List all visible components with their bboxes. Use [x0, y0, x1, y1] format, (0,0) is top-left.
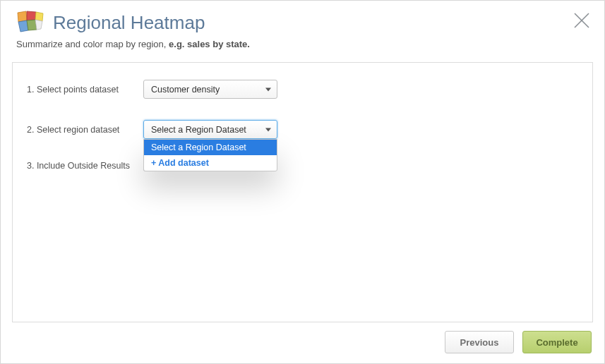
- regional-map-icon: [16, 11, 44, 35]
- dialog-body: 1. Select points dataset Customer densit…: [12, 62, 593, 322]
- close-button[interactable]: [572, 11, 592, 30]
- regional-heatmap-dialog: Regional Heatmap Summarize and color map…: [0, 0, 605, 364]
- dropdown-option-add-dataset[interactable]: + Add dataset: [144, 155, 277, 171]
- chevron-down-icon: [265, 128, 271, 131]
- region-dataset-select[interactable]: Select a Region Dataset: [143, 120, 277, 139]
- subtitle-text: Summarize and color map by region,: [16, 39, 169, 49]
- complete-button[interactable]: Complete: [522, 331, 592, 353]
- include-outside-label: 3. Include Outside Results: [27, 161, 143, 171]
- dropdown-option-placeholder[interactable]: Select a Region Dataset: [144, 140, 277, 155]
- chevron-down-icon: [265, 87, 271, 91]
- subtitle-example: e.g. sales by state.: [169, 39, 250, 49]
- include-outside-row: 3. Include Outside Results: [27, 160, 578, 171]
- dialog-title: Regional Heatmap: [53, 12, 205, 34]
- points-dataset-row: 1. Select points dataset Customer densit…: [27, 80, 578, 99]
- region-dataset-row: 2. Select region dataset Select a Region…: [27, 120, 578, 139]
- points-dataset-select[interactable]: Customer density: [143, 80, 277, 99]
- previous-button[interactable]: Previous: [445, 331, 514, 353]
- region-dataset-label: 2. Select region dataset: [27, 125, 143, 135]
- close-icon: [572, 11, 592, 30]
- points-dataset-label: 1. Select points dataset: [27, 85, 143, 95]
- dialog-header: Regional Heatmap Summarize and color map…: [1, 1, 604, 56]
- dialog-subtitle: Summarize and color map by region, e.g. …: [16, 39, 589, 49]
- dialog-footer: Previous Complete: [1, 322, 604, 363]
- region-dataset-dropdown: Select a Region Dataset + Add dataset: [143, 139, 277, 171]
- region-dataset-value: Select a Region Dataset: [151, 125, 246, 135]
- points-dataset-value: Customer density: [151, 85, 220, 95]
